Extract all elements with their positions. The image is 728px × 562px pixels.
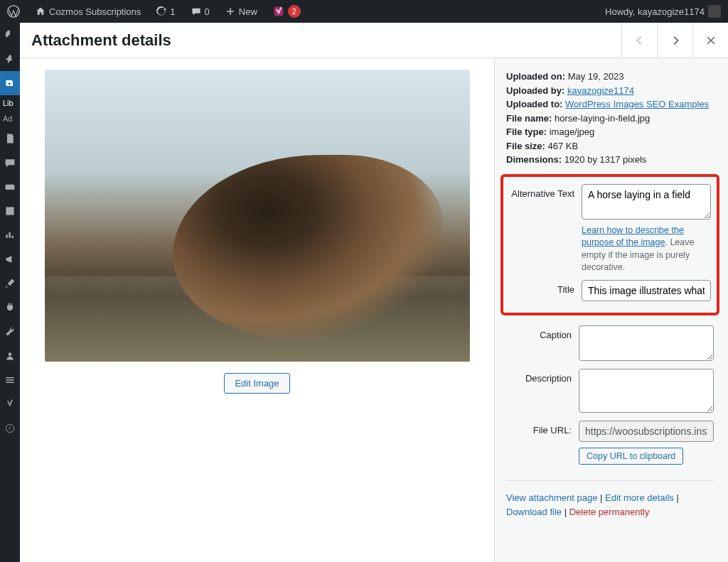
menu-woo[interactable]	[0, 175, 20, 199]
alt-help-text: Learn how to describe the purpose of the…	[582, 225, 711, 274]
plus-icon	[225, 6, 235, 16]
updates-link[interactable]: 1	[154, 6, 178, 17]
close-icon	[705, 35, 717, 46]
howdy-link[interactable]: Howdy, kayazogize1174	[602, 5, 724, 18]
attachment-preview-image	[45, 70, 470, 362]
close-modal-button[interactable]	[692, 23, 728, 58]
menu-analytics[interactable]	[0, 223, 20, 247]
menu-appearance[interactable]	[0, 271, 20, 296]
menu-collapse[interactable]	[0, 416, 20, 441]
menu-users[interactable]	[0, 344, 20, 368]
new-link[interactable]: New	[223, 6, 260, 17]
actions-divider	[506, 480, 714, 481]
media-icon	[4, 77, 16, 89]
attachment-details-modal: Attachment details Edit Image Uploaded o…	[20, 23, 728, 562]
copy-url-button[interactable]: Copy URL to clipboard	[579, 448, 683, 465]
menu-comments[interactable]	[0, 151, 20, 175]
svg-rect-4	[6, 207, 14, 215]
meta-list: Uploaded on: May 19, 2023 Uploaded by: k…	[506, 70, 714, 167]
submenu-addnew[interactable]: Ad	[0, 111, 20, 126]
uploaded-by-link[interactable]: kayazogize1174	[567, 85, 634, 96]
wordpress-icon	[7, 5, 20, 18]
edit-more-link[interactable]: Edit more details	[605, 492, 674, 503]
description-label: Description	[506, 369, 572, 384]
product-icon	[4, 205, 16, 217]
home-icon	[36, 6, 46, 16]
modal-header: Attachment details	[20, 23, 728, 58]
submenu-library[interactable]: Lib	[0, 95, 20, 111]
delete-permanently-link[interactable]: Delete permanently	[569, 507, 650, 517]
highlight-annotation: Alternative Text A horse laying in a fie…	[500, 174, 719, 315]
menu-dashboard[interactable]	[0, 23, 20, 47]
yoast-icon	[273, 6, 284, 17]
action-links: View attachment page | Edit more details…	[506, 491, 714, 521]
comments-link[interactable]: 0	[188, 6, 213, 17]
menu-yoast[interactable]	[0, 392, 20, 416]
plugin-icon	[4, 302, 16, 313]
svg-rect-1	[274, 7, 283, 16]
menu-posts[interactable]	[0, 47, 20, 71]
meta-file-size: File size: 467 KB	[506, 139, 714, 153]
chevron-right-icon	[669, 34, 682, 47]
description-input[interactable]	[579, 369, 714, 413]
site-name-link[interactable]: Cozmos Subscriptions	[33, 6, 144, 17]
yoast-badge: 2	[288, 5, 301, 18]
meta-uploaded-by: Uploaded by: kayazogize1174	[506, 84, 714, 98]
menu-plugins[interactable]	[0, 296, 20, 320]
prev-attachment-button	[621, 23, 657, 58]
woo-icon	[4, 181, 16, 193]
megaphone-icon	[4, 254, 16, 265]
dashboard-icon	[4, 29, 16, 40]
svg-point-2	[9, 82, 11, 85]
caption-label: Caption	[506, 325, 572, 340]
meta-dimensions: Dimensions: 1920 by 1317 pixels	[506, 153, 714, 167]
next-attachment-button[interactable]	[657, 23, 692, 58]
user-icon	[4, 350, 16, 362]
menu-marketing[interactable]	[0, 247, 20, 271]
file-url-row: File URL: Copy URL to clipboard	[506, 421, 714, 465]
yoast-menu-icon	[4, 399, 16, 410]
menu-settings[interactable]	[0, 368, 20, 392]
edit-image-button[interactable]: Edit Image	[224, 373, 289, 394]
collapse-icon	[4, 423, 16, 434]
alt-text-label: Alternative Text	[509, 184, 574, 199]
svg-point-5	[9, 352, 12, 356]
updates-count: 1	[170, 6, 175, 17]
admin-menu: Lib Ad	[0, 23, 20, 562]
view-attachment-link[interactable]: View attachment page	[506, 492, 597, 503]
chevron-left-icon	[633, 34, 646, 47]
update-icon	[156, 6, 166, 16]
download-file-link[interactable]: Download file	[506, 507, 562, 517]
brush-icon	[4, 278, 16, 289]
title-label: Title	[509, 280, 574, 295]
meta-uploaded-on: Uploaded on: May 19, 2023	[506, 70, 714, 84]
menu-pages[interactable]	[0, 126, 20, 151]
meta-file-type: File type: image/jpeg	[506, 125, 714, 139]
modal-body: Edit Image Uploaded on: May 19, 2023 Upl…	[20, 58, 728, 562]
pin-icon	[4, 53, 16, 65]
title-input[interactable]	[582, 280, 711, 301]
menu-products[interactable]	[0, 199, 20, 223]
admin-bar: Cozmos Subscriptions 1 0 New 2 Howdy, ka…	[0, 0, 728, 23]
alt-text-row: Alternative Text A horse laying in a fie…	[509, 184, 711, 274]
title-row: Title	[509, 280, 711, 301]
wp-logo[interactable]	[4, 5, 23, 18]
menu-media[interactable]	[0, 71, 20, 95]
meta-uploaded-to: Uploaded to: WordPress Images SEO Exampl…	[506, 97, 714, 112]
alt-text-input[interactable]: A horse laying in a field	[582, 184, 711, 220]
preview-panel: Edit Image	[20, 58, 495, 562]
description-row: Description	[506, 369, 714, 415]
caption-input[interactable]	[579, 325, 714, 361]
yoast-link[interactable]: 2	[270, 5, 304, 18]
modal-title: Attachment details	[20, 31, 621, 50]
meta-file-name: File name: horse-laying-in-field.jpg	[506, 112, 714, 126]
wrench-icon	[4, 326, 16, 337]
comments-count: 0	[205, 6, 210, 17]
menu-tools[interactable]	[0, 320, 20, 344]
comment-icon	[191, 6, 201, 16]
uploaded-to-link[interactable]: WordPress Images SEO Examples	[565, 99, 709, 109]
comments-icon	[4, 157, 16, 168]
avatar	[708, 5, 721, 18]
svg-rect-3	[6, 185, 15, 190]
file-url-input[interactable]	[579, 421, 714, 442]
